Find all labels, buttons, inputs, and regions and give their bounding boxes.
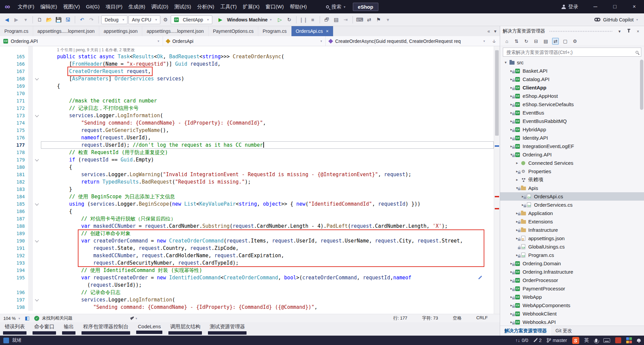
- line-number[interactable]: 165: [0, 53, 28, 60]
- terminal-icon[interactable]: ⌨: [356, 17, 364, 23]
- code-line[interactable]: 189// 创建订单命令对象: [0, 230, 494, 237]
- tree-item-connected-services[interactable]: ▸Connected Services: [500, 159, 644, 167]
- find-in-files-icon[interactable]: 🗗: [323, 17, 331, 22]
- line-number[interactable]: 166: [0, 60, 28, 68]
- fold-chevron-icon[interactable]: [33, 75, 41, 82]
- line-number[interactable]: 184: [0, 193, 28, 200]
- code-line[interactable]: 191request.State, request.Country, reque…: [0, 245, 494, 252]
- glyph-margin[interactable]: [28, 281, 33, 289]
- fold-chevron-icon[interactable]: [33, 156, 41, 163]
- document-health-icon[interactable]: ◧: [24, 315, 30, 321]
- glyph-margin[interactable]: [28, 237, 33, 245]
- tree-item-apis[interactable]: ▾Apis: [500, 184, 644, 192]
- line-number[interactable]: 188: [0, 222, 28, 230]
- tree-item-eshop-servicedefaults[interactable]: ▸C#eShop.ServiceDefaults: [500, 100, 644, 109]
- split-window-icon[interactable]: ⫝: [488, 36, 500, 46]
- line-number[interactable]: 196: [0, 289, 28, 296]
- panel-tab[interactable]: 错误列表: [5, 324, 25, 336]
- close-button[interactable]: ×: [625, 0, 644, 13]
- line-number[interactable]: 197: [0, 296, 28, 303]
- menu-item[interactable]: 帮助(H): [287, 0, 310, 13]
- glyph-margin[interactable]: [28, 97, 33, 105]
- code-line[interactable]: 184// 使用 BeginScope 为日志添加上下文信息: [0, 193, 494, 200]
- ime-toolbox-icon[interactable]: [615, 337, 621, 343]
- line-number[interactable]: 191: [0, 245, 28, 252]
- debug-configuration-select[interactable]: Debug▾: [101, 15, 127, 24]
- minimize-button[interactable]: ─: [586, 0, 605, 13]
- ime-language-indicator[interactable]: 英: [584, 337, 589, 343]
- menu-item[interactable]: Git(G): [83, 0, 103, 13]
- tree-item-extensions[interactable]: ▸Extensions: [500, 217, 644, 226]
- refresh-icon[interactable]: ↻: [523, 38, 530, 45]
- show-all-files-icon[interactable]: ▤: [542, 38, 549, 45]
- code-line[interactable]: 169{: [0, 82, 494, 90]
- line-number[interactable]: 193: [0, 259, 28, 267]
- code-line[interactable]: (request.UserId));: [0, 281, 494, 289]
- pending-changes-filter-icon[interactable]: ⇅: [513, 38, 520, 45]
- code-line[interactable]: 165public static async Task<Results<Ok, …: [0, 53, 494, 60]
- navigation-dropdown-icon[interactable]: ▾: [21, 17, 30, 23]
- line-number[interactable]: 169: [0, 82, 28, 90]
- notifications-bell-icon[interactable]: [637, 339, 641, 342]
- menu-item[interactable]: 文件(F): [15, 0, 37, 13]
- fold-chevron-icon[interactable]: [33, 296, 41, 303]
- background-tasks-icon[interactable]: [3, 338, 9, 343]
- compare-icon[interactable]: ⇄: [365, 17, 373, 23]
- home-icon[interactable]: ⌂: [503, 38, 510, 45]
- line-number[interactable]: 181: [0, 171, 28, 178]
- stop-icon[interactable]: ■: [309, 17, 317, 22]
- menu-item[interactable]: 工具(T): [217, 0, 240, 13]
- document-tab[interactable]: appsettings.....lopment.json: [142, 26, 208, 36]
- code-line[interactable]: 173services.Logger.LogInformation(: [0, 112, 494, 119]
- tree-expander-icon[interactable]: ▸: [514, 178, 520, 182]
- panel-tab[interactable]: 输出: [64, 324, 74, 336]
- preview-code-icon[interactable]: ▢: [562, 38, 569, 45]
- code-area[interactable]: 1 个引用 | peng, 9 天前 | 1 名作者, 2 项更改165publ…: [0, 46, 494, 314]
- line-number[interactable]: 198: [0, 303, 28, 311]
- tab-list-icon[interactable]: ▾: [494, 28, 496, 34]
- toolbar-options-icon[interactable]: ▾: [384, 17, 392, 23]
- sidebar-tab[interactable]: Git 更改: [551, 326, 577, 336]
- microphone-icon[interactable]: [595, 339, 597, 342]
- line-number[interactable]: 170: [0, 90, 28, 97]
- tab-close-icon[interactable]: ×: [326, 28, 329, 34]
- tree-item-eventbusrabbitmq[interactable]: ▸C#EventBusRabbitMQ: [500, 117, 644, 125]
- menu-item[interactable]: 生成(B): [125, 0, 148, 13]
- tree-item-ordering-domain[interactable]: ▸C#Ordering.Domain: [500, 259, 644, 268]
- document-tab[interactable]: appsettings.....lopment.json: [33, 26, 99, 36]
- glyph-margin[interactable]: [28, 82, 33, 90]
- apps-grid-icon[interactable]: [626, 337, 632, 343]
- code-line[interactable]: 193request.CardSecurityNumber, request.C…: [0, 259, 494, 267]
- line-number[interactable]: 194: [0, 267, 28, 274]
- glyph-margin[interactable]: [28, 259, 33, 267]
- code-line[interactable]: 186{: [0, 208, 494, 215]
- panel-tab[interactable]: 命令窗口: [34, 324, 54, 336]
- code-line[interactable]: 187// 对信用卡号进行脱敏（只保留后四位）: [0, 215, 494, 222]
- tree-item-webapp[interactable]: ▸C#WebApp: [500, 293, 644, 301]
- glyph-margin[interactable]: [28, 296, 33, 303]
- github-copilot-button[interactable]: GitHub Copilot ▾: [594, 17, 641, 22]
- tree-item-orderservices-cs[interactable]: ▸C#OrderServices.cs: [500, 201, 644, 209]
- code-line[interactable]: 179if (requestId == Guid.Empty): [0, 156, 494, 163]
- glyph-margin[interactable]: [28, 75, 33, 82]
- glyph-margin[interactable]: [28, 215, 33, 222]
- redo-icon[interactable]: ↷: [87, 17, 96, 23]
- glyph-margin[interactable]: [28, 127, 33, 134]
- tree-item-webappcomponents[interactable]: ▸C#WebAppComponents: [500, 301, 644, 309]
- tree-item-infrastructure[interactable]: ▸Infrastructure: [500, 226, 644, 234]
- tree-scrollbar-thumb[interactable]: [640, 60, 643, 110]
- line-number[interactable]: 167: [0, 68, 28, 75]
- glyph-margin[interactable]: [28, 68, 33, 75]
- code-line[interactable]: 174"Sending command: {CommandName} - {Id…: [0, 119, 494, 127]
- line-number[interactable]: 171: [0, 97, 28, 105]
- sign-in-button[interactable]: 登录: [561, 4, 578, 10]
- document-tab[interactable]: Program.cs: [0, 26, 33, 36]
- member-dropdown[interactable]: CreateOrderAsync(Guid requestId, CreateO…: [326, 36, 488, 46]
- tree-item-eventbus[interactable]: ▸C#EventBus: [500, 109, 644, 117]
- line-number[interactable]: 190: [0, 237, 28, 245]
- line-number[interactable]: 176: [0, 134, 28, 141]
- menu-item[interactable]: 分析(N): [194, 0, 217, 13]
- code-line[interactable]: 178// 检查 RequestId (用于防止重复提交): [0, 149, 494, 156]
- line-ending-indicator[interactable]: CRLF: [476, 315, 488, 321]
- glyph-margin[interactable]: [28, 119, 33, 127]
